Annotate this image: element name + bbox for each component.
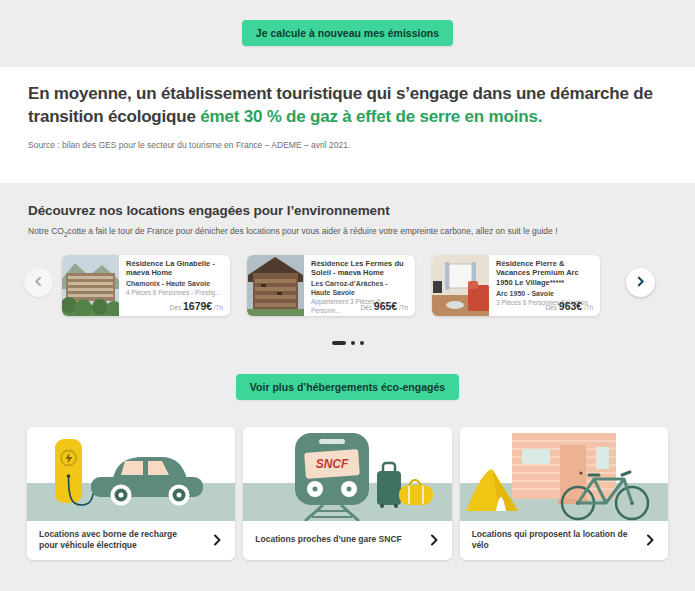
property-price: Dès 963€ /7n — [545, 300, 593, 312]
property-price: Dès 965€ /7n — [360, 300, 408, 312]
pagination-dot-active[interactable] — [332, 341, 346, 345]
sncf-train-illustration: SNCF — [243, 427, 451, 521]
headline-green-text: émet 30 % de gaz à effet de serre en moi… — [200, 107, 542, 126]
section-title: Découvrez nos locations engagées pour l’… — [28, 203, 695, 218]
section-subtitle: Notre CO2cotte a fait le tour de France … — [28, 226, 695, 238]
property-card-list: Résidence La Ginabelle - maeva Home Cham… — [62, 255, 600, 316]
pagination-dot[interactable] — [351, 341, 355, 345]
category-label: Locations avec borne de recharge pour vé… — [39, 529, 197, 552]
carousel-next-button[interactable] — [626, 268, 655, 297]
category-label-row: Locations avec borne de recharge pour vé… — [27, 521, 235, 560]
ev-charging-illustration — [27, 427, 235, 521]
property-photo — [432, 255, 489, 316]
carousel-pagination — [0, 341, 695, 345]
property-details: 4 Pièces 6 Personnes - Prestig... — [126, 289, 224, 297]
property-location: Arc 1950 - Savoie — [496, 289, 594, 298]
source-note: Source : bilan des GES pour le secteur d… — [28, 140, 667, 150]
hero-section: En moyenne, un établissement touristique… — [0, 67, 695, 183]
eco-category-cards: Locations avec borne de recharge pour vé… — [27, 427, 668, 560]
top-banner: Je calcule à nouveau mes émissions — [0, 0, 695, 67]
property-title: Résidence Les Fermes du Soleil - maeva H… — [311, 259, 409, 279]
category-label-row: Locations qui proposent la location de v… — [460, 521, 668, 560]
property-card[interactable]: Résidence Pierre & Vacances Premium Arc … — [432, 255, 600, 316]
carousel-prev-button[interactable] — [24, 268, 53, 297]
property-card[interactable]: Résidence La Ginabelle - maeva Home Cham… — [62, 255, 230, 316]
property-title: Résidence La Ginabelle - maeva Home — [126, 259, 224, 279]
see-more-eco-lodgings-button[interactable]: Voir plus d’hébergements éco-engagés — [236, 374, 459, 400]
property-price: Dès 1679€ /7n — [170, 300, 223, 312]
category-label: Locations proches d’une gare SNCF — [255, 534, 401, 545]
category-label: Locations qui proposent la location de v… — [472, 529, 630, 552]
category-card-bike-rental[interactable]: Locations qui proposent la location de v… — [460, 427, 668, 560]
chevron-right-icon — [429, 534, 439, 546]
category-card-sncf-station[interactable]: SNCF Locations proches d’une gare SNCF — [243, 427, 451, 560]
chevron-right-icon — [635, 275, 646, 290]
pagination-dot[interactable] — [360, 341, 364, 345]
recalculate-emissions-button[interactable]: Je calcule à nouveau mes émissions — [242, 20, 453, 46]
eco-listings-section: Découvrez nos locations engagées pour l’… — [0, 183, 695, 560]
property-photo — [62, 255, 119, 316]
chevron-right-icon — [212, 534, 222, 546]
category-label-row: Locations proches d’une gare SNCF — [243, 521, 451, 560]
property-title: Résidence Pierre & Vacances Premium Arc … — [496, 259, 594, 288]
property-card[interactable]: Résidence Les Fermes du Soleil - maeva H… — [247, 255, 415, 316]
property-info: Résidence La Ginabelle - maeva Home Cham… — [119, 255, 230, 316]
hero-headline: En moyenne, un établissement touristique… — [28, 83, 667, 128]
property-info: Résidence Pierre & Vacances Premium Arc … — [489, 255, 600, 316]
property-photo — [247, 255, 304, 316]
chevron-left-icon — [33, 275, 44, 290]
property-carousel: Résidence La Ginabelle - maeva Home Cham… — [0, 255, 695, 316]
property-info: Résidence Les Fermes du Soleil - maeva H… — [304, 255, 415, 316]
property-location: Les Carroz-d’Arâches - Haute Savoie — [311, 279, 409, 297]
chevron-right-icon — [645, 534, 655, 546]
category-card-ev-charging[interactable]: Locations avec borne de recharge pour vé… — [27, 427, 235, 560]
property-location: Chamonix - Haute Savoie — [126, 279, 224, 288]
sncf-logo-text: SNCF — [316, 457, 349, 471]
camping-bike-illustration — [460, 427, 668, 521]
